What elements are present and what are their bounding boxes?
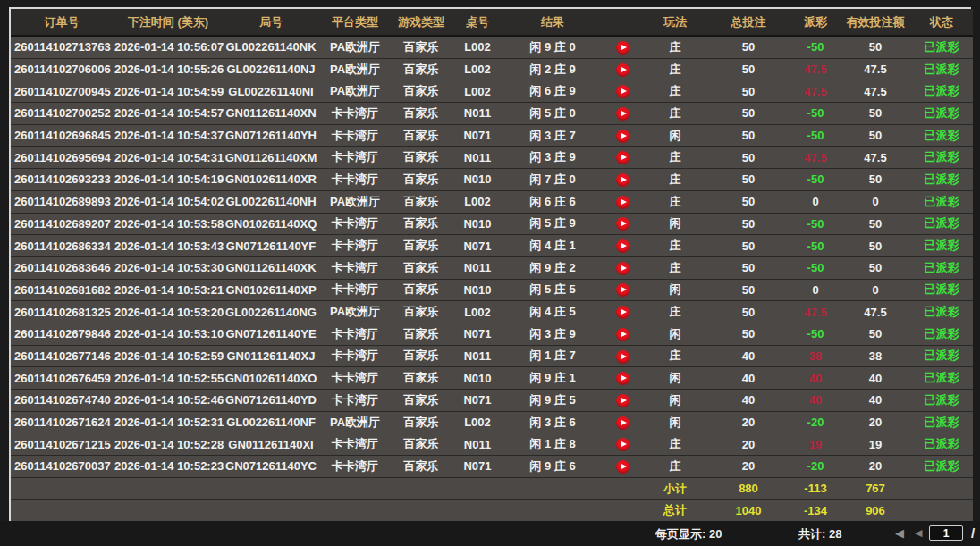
play-icon[interactable] xyxy=(616,85,629,98)
cell-bet-time: 2026-01-14 10:54:37 xyxy=(113,124,224,147)
cell-round-id: GL002261140NI xyxy=(224,80,318,103)
cell-bet-time: 2026-01-14 10:54:57 xyxy=(113,103,224,125)
subtotal-game-type xyxy=(392,477,451,500)
cell-total-bet: 50 xyxy=(706,190,790,213)
subtotal-play-type: 小计 xyxy=(644,477,706,500)
cell-payout: 47.5 xyxy=(790,80,841,103)
cell-valid-bet: 50 xyxy=(841,256,910,279)
cell-total-bet: 50 xyxy=(706,279,790,301)
header-table-no: 桌号 xyxy=(451,9,504,36)
header-total-bet: 总投注 xyxy=(706,9,790,36)
play-icon[interactable] xyxy=(616,460,629,474)
cell-total-bet: 50 xyxy=(706,323,790,345)
page-number-input[interactable] xyxy=(929,525,963,541)
cell-payout: 0 xyxy=(790,190,841,213)
cell-payout: -50 xyxy=(790,103,841,125)
cell-table-no: L002 xyxy=(451,411,504,433)
cell-payout: -50 xyxy=(790,213,841,235)
cell-valid-bet: 20 xyxy=(841,456,910,478)
play-icon[interactable] xyxy=(616,107,629,121)
play-icon[interactable] xyxy=(616,372,629,385)
play-icon[interactable] xyxy=(616,239,629,253)
cell-table-no: N071 xyxy=(451,235,504,257)
cell-result: 闲 3 庄 7 xyxy=(504,124,601,147)
cell-total-bet: 50 xyxy=(706,235,790,257)
cell-table-no: N010 xyxy=(451,279,504,301)
cell-table-no: N011 xyxy=(451,433,504,456)
cell-status: 已派彩 xyxy=(910,390,973,412)
table-row: 2601141026898932026-01-14 10:54:02GL0022… xyxy=(11,190,973,213)
cell-total-bet: 20 xyxy=(706,433,790,456)
cell-platform: 卡卡湾厅 xyxy=(318,367,392,390)
cell-round-id: GL002261140NH xyxy=(224,190,318,213)
cell-payout: -50 xyxy=(790,124,841,147)
table-row: 2601141026892072026-01-14 10:53:58GN0102… xyxy=(11,213,973,235)
grand-total-order-id xyxy=(11,500,113,522)
cell-game-type: 百家乐 xyxy=(392,213,451,235)
cell-game-type: 百家乐 xyxy=(392,411,451,433)
cell-valid-bet: 19 xyxy=(841,433,910,456)
cell-bet-time: 2026-01-14 10:54:02 xyxy=(113,190,224,213)
table-row: 2601141026764592026-01-14 10:52:55GN0102… xyxy=(11,367,973,390)
cell-valid-bet: 50 xyxy=(841,169,910,191)
header-payout: 派彩 xyxy=(790,9,841,36)
header-valid-bet: 有效投注额 xyxy=(841,9,910,36)
cell-replay xyxy=(601,235,644,257)
cell-table-no: N011 xyxy=(451,256,504,279)
cell-result: 闲 5 庄 9 xyxy=(504,213,601,235)
pagination-prev-icon[interactable]: ◀ xyxy=(915,527,922,539)
play-icon[interactable] xyxy=(616,438,629,451)
play-icon[interactable] xyxy=(616,63,629,77)
cell-play-type: 闲 xyxy=(644,323,706,345)
table-row: 2601141026968452026-01-14 10:54:37GN0712… xyxy=(11,124,973,147)
play-icon[interactable] xyxy=(616,130,629,143)
cell-game-type: 百家乐 xyxy=(392,256,451,279)
play-icon[interactable] xyxy=(616,416,629,430)
subtotal-platform xyxy=(318,477,392,500)
cell-status: 已派彩 xyxy=(910,235,973,257)
cell-valid-bet: 40 xyxy=(841,390,910,412)
cell-valid-bet: 47.5 xyxy=(841,147,910,169)
play-icon[interactable] xyxy=(616,173,629,187)
cell-table-no: L002 xyxy=(451,301,504,323)
cell-platform: 卡卡湾厅 xyxy=(318,345,392,367)
cell-replay xyxy=(601,80,644,103)
cell-order-id: 260114102695694 xyxy=(11,147,113,169)
cell-valid-bet: 47.5 xyxy=(841,301,910,323)
play-icon[interactable] xyxy=(616,350,629,364)
table-row: 2601141026747402026-01-14 10:52:46GN0712… xyxy=(11,390,973,412)
cell-order-id: 260114102700252 xyxy=(11,103,113,125)
pagination-first-icon[interactable]: ◀ xyxy=(895,526,904,540)
cell-replay xyxy=(601,36,644,58)
cell-status: 已派彩 xyxy=(910,456,973,478)
table-row: 2601141026771462026-01-14 10:52:59GN0112… xyxy=(11,345,973,367)
play-icon[interactable] xyxy=(616,196,629,209)
cell-result: 闲 1 庄 7 xyxy=(504,345,601,367)
cell-table-no: L002 xyxy=(451,80,504,103)
header-bet-time: 下注时间 (美东) xyxy=(113,9,224,36)
play-icon[interactable] xyxy=(616,41,629,55)
play-icon[interactable] xyxy=(616,151,629,164)
cell-play-type: 庄 xyxy=(644,235,706,257)
cell-status: 已派彩 xyxy=(910,279,973,301)
cell-order-id: 260114102671215 xyxy=(11,433,113,456)
play-icon[interactable] xyxy=(616,262,629,275)
play-icon[interactable] xyxy=(616,217,629,231)
cell-table-no: N011 xyxy=(451,345,504,367)
play-icon[interactable] xyxy=(616,328,629,341)
subtotal-row: 小计880-113767 xyxy=(11,477,973,500)
grand-total-total-bet: 1040 xyxy=(706,500,790,522)
cell-result: 闲 9 庄 2 xyxy=(504,256,601,279)
cell-payout: 19 xyxy=(790,433,841,456)
play-icon[interactable] xyxy=(616,394,629,407)
cell-order-id: 260114102686334 xyxy=(11,235,113,257)
header-round-id: 局号 xyxy=(224,9,318,36)
cell-replay xyxy=(601,58,644,80)
cell-status: 已派彩 xyxy=(910,301,973,323)
play-icon[interactable] xyxy=(616,306,629,319)
cell-payout: 40 xyxy=(790,390,841,412)
play-icon[interactable] xyxy=(616,283,629,297)
cell-result: 闲 3 庄 6 xyxy=(504,411,601,433)
cell-order-id: 260114102677146 xyxy=(11,345,113,367)
cell-platform: PA欧洲厅 xyxy=(318,411,392,433)
